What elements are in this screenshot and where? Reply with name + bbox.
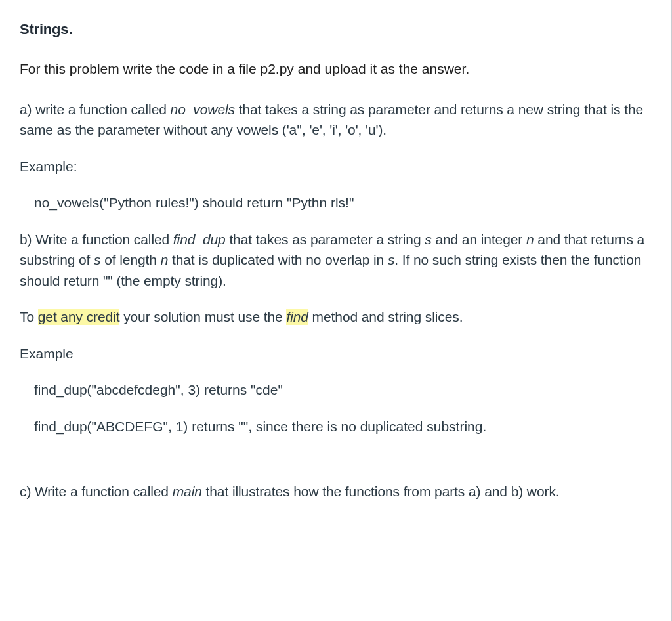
var-s2: s: [94, 252, 100, 267]
example-b2: find_dup("ABCDEFG", 1) returns "", since…: [20, 416, 652, 437]
example-a: no_vowels("Python rules!") should return…: [20, 192, 652, 213]
part-b: b) Write a function called find_dup that…: [20, 229, 652, 291]
var-s3: s: [388, 252, 394, 267]
heading-strings: Strings.: [20, 18, 652, 40]
part-b-mid5: that is duplicated with no overlap in: [168, 252, 388, 267]
example-label-b: Example: [20, 343, 652, 364]
func-main: main: [173, 484, 202, 499]
example-b1: find_dup("abcdefcdegh", 3) returns "cde": [20, 379, 652, 400]
part-b-mid2: and an integer: [432, 232, 526, 247]
credit-mid: your solution must use the: [119, 309, 286, 324]
var-s: s: [425, 232, 431, 247]
instruction-text: For this problem write the code in a fil…: [20, 58, 652, 79]
highlight-find: find: [286, 309, 308, 325]
part-c: c) Write a function called main that ill…: [20, 481, 652, 502]
func-no-vowels: no_vowels: [171, 102, 235, 117]
part-b-prefix: b) Write a function called: [20, 232, 173, 247]
credit-note: To get any credit your solution must use…: [20, 307, 652, 328]
part-a-prefix: a) write a function called: [20, 102, 171, 117]
part-c-prefix: c) Write a function called: [20, 484, 173, 499]
highlight-get-credit: get any credit: [38, 309, 120, 325]
part-b-mid4: of length: [101, 252, 161, 267]
example-label-a: Example:: [20, 156, 652, 177]
part-c-suffix: that illustrates how the functions from …: [202, 484, 560, 499]
var-n2: n: [161, 252, 169, 267]
credit-prefix: To: [20, 309, 38, 324]
part-b-mid1: that takes as parameter a string: [226, 232, 425, 247]
var-n: n: [526, 232, 534, 247]
func-find-dup: find_dup: [173, 232, 226, 247]
part-a: a) write a function called no_vowels tha…: [20, 99, 652, 140]
credit-suffix: method and string slices.: [308, 309, 463, 324]
